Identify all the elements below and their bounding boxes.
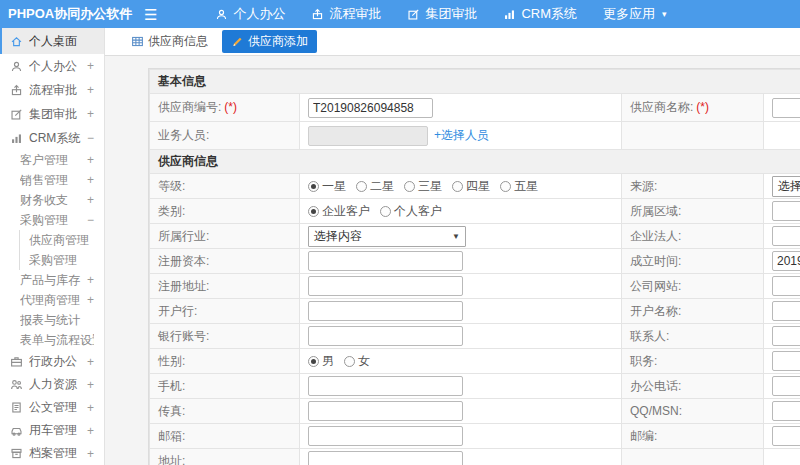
fax-input[interactable] — [308, 401, 463, 421]
expand-toggle[interactable]: + — [87, 424, 94, 438]
sidebar-item-label: 个人办公 — [29, 58, 87, 75]
expand-toggle[interactable]: + — [87, 83, 94, 97]
sidebar-item-finance[interactable]: 财务收支 + — [0, 190, 104, 210]
radio-personal-customer[interactable]: 个人客户 — [380, 203, 442, 220]
sidebar-item-admin-office[interactable]: 行政办公 + — [0, 350, 104, 373]
tab-supplier-add[interactable]: 供应商添加 — [222, 30, 317, 53]
sidebar-item-label: 公文管理 — [29, 399, 87, 416]
founded-date-input[interactable] — [772, 251, 800, 271]
bank-input[interactable] — [308, 301, 463, 321]
sidebar-item-purchase-mgmt[interactable]: 采购管理 − — [0, 210, 104, 230]
qq-msn-input[interactable] — [772, 401, 800, 421]
sidebar-item-reports[interactable]: 报表与统计 — [0, 310, 104, 330]
sidebar-item-customer-mgmt[interactable]: 客户管理 + — [0, 150, 104, 170]
supplier-no-input[interactable] — [308, 98, 433, 118]
tab-supplier-info[interactable]: 供应商信息 — [131, 33, 208, 50]
capital-label: 注册资本: — [158, 254, 209, 268]
mobile-input[interactable] — [308, 376, 463, 396]
expand-toggle[interactable]: + — [87, 355, 94, 369]
radio-icon — [452, 181, 463, 192]
sidebar-item-vehicle[interactable]: 用车管理 + — [0, 419, 104, 442]
car-icon — [10, 424, 23, 437]
industry-select[interactable]: 选择内容▼ — [308, 226, 466, 247]
radio-level-3star[interactable]: 三星 — [404, 178, 442, 195]
radio-level-5star[interactable]: 五星 — [500, 178, 538, 195]
briefcase-icon — [10, 355, 23, 368]
sidebar-item-label: 代理商管理 — [20, 292, 87, 309]
radio-level-2star[interactable]: 二星 — [356, 178, 394, 195]
radio-level-4star[interactable]: 四星 — [452, 178, 490, 195]
expand-toggle[interactable]: + — [87, 293, 94, 307]
choose-staff-link[interactable]: +选择人员 — [434, 128, 489, 142]
sidebar-item-form-flow-settings[interactable]: 表单与流程设置+ — [0, 330, 104, 350]
collapse-toggle[interactable]: − — [87, 213, 94, 227]
app-title: PHPOA协同办公软件 — [0, 5, 132, 23]
region-input[interactable] — [772, 201, 800, 221]
top-menu-workflow-approval[interactable]: 流程审批 — [311, 5, 381, 23]
sidebar-item-sales-mgmt[interactable]: 销售管理 + — [0, 170, 104, 190]
sidebar-item-hr[interactable]: 人力资源 + — [0, 373, 104, 396]
expand-toggle[interactable]: + — [87, 447, 94, 461]
office-phone-input[interactable] — [772, 376, 800, 396]
address-input[interactable] — [308, 451, 463, 465]
expand-toggle[interactable]: + — [87, 153, 94, 167]
website-label: 公司网站: — [630, 279, 681, 293]
sidebar-item-label: 产品与库存 — [20, 272, 87, 289]
top-menu-crm[interactable]: CRM系统 — [503, 5, 577, 23]
email-input[interactable] — [308, 426, 463, 446]
expand-toggle[interactable]: + — [87, 107, 94, 121]
radio-enterprise-customer[interactable]: 企业客户 — [308, 203, 370, 220]
sidebar-item-supplier-mgmt[interactable]: 供应商管理 — [0, 230, 104, 250]
sidebar-item-desktop[interactable]: 个人桌面 — [0, 28, 104, 54]
radio-male[interactable]: 男 — [308, 353, 334, 370]
zip-input[interactable] — [772, 426, 800, 446]
top-menu-more-apps[interactable]: 更多应用 ▾ — [603, 5, 667, 23]
chart-icon — [503, 8, 516, 21]
sidebar-item-purchasing[interactable]: 采购管理 — [0, 250, 104, 270]
account-name-input[interactable] — [772, 301, 800, 321]
radio-icon — [308, 206, 319, 217]
top-menu-personal-office[interactable]: 个人办公 — [215, 5, 285, 23]
level-label: 等级: — [158, 179, 185, 193]
caret-down-icon: ▼ — [452, 232, 460, 241]
sidebar-item-crm[interactable]: CRM系统 − — [0, 126, 104, 150]
sidebar-item-products-inventory[interactable]: 产品与库存 + — [0, 270, 104, 290]
supplier-name-input[interactable] — [772, 98, 800, 118]
sidebar-item-group-approval[interactable]: 集团审批 + — [0, 102, 104, 126]
radio-icon — [380, 206, 391, 217]
radio-label: 女 — [358, 353, 370, 370]
capital-input[interactable] — [308, 251, 463, 271]
job-title-input[interactable] — [772, 351, 800, 371]
supplier-add-form: 基本信息 供应商编号:(*) 供应商名称:(*) 业务人员: +选择人员 供应商… — [148, 68, 800, 465]
required-mark: (*) — [696, 100, 709, 114]
contact-input[interactable] — [772, 326, 800, 346]
staff-input[interactable] — [308, 126, 428, 146]
radio-label: 一星 — [322, 178, 346, 195]
staff-label: 业务人员: — [158, 128, 209, 142]
radio-icon — [500, 181, 511, 192]
legal-person-input[interactable] — [772, 226, 800, 246]
expand-toggle[interactable]: + — [87, 193, 94, 207]
sidebar-item-personal-office[interactable]: 个人办公 + — [0, 54, 104, 78]
expand-toggle[interactable]: + — [87, 273, 94, 287]
website-input[interactable] — [772, 276, 800, 296]
collapse-toggle[interactable]: − — [87, 131, 94, 145]
flow-icon — [10, 84, 23, 97]
reg-address-input[interactable] — [308, 276, 463, 296]
radio-level-1star[interactable]: 一星 — [308, 178, 346, 195]
sidebar-item-workflow-approval[interactable]: 流程审批 + — [0, 78, 104, 102]
expand-toggle[interactable]: + — [87, 401, 94, 415]
home-icon — [10, 35, 23, 48]
expand-toggle[interactable]: + — [87, 173, 94, 187]
expand-toggle[interactable]: + — [87, 59, 94, 73]
sidebar-item-archives[interactable]: 档案管理 + — [0, 442, 104, 465]
expand-toggle[interactable]: + — [87, 378, 94, 392]
sidebar-item-agent-mgmt[interactable]: 代理商管理 + — [0, 290, 104, 310]
bank-account-input[interactable] — [308, 326, 463, 346]
sidebar-item-documents[interactable]: 公文管理 + — [0, 396, 104, 419]
radio-female[interactable]: 女 — [344, 353, 370, 370]
top-menu-group-approval[interactable]: 集团审批 — [407, 5, 477, 23]
source-select[interactable]: 选择内容▼ — [772, 176, 800, 197]
sidebar-item-label: 表单与流程设置+ — [20, 332, 94, 349]
hamburger-menu-icon[interactable]: ☰ — [144, 7, 157, 22]
